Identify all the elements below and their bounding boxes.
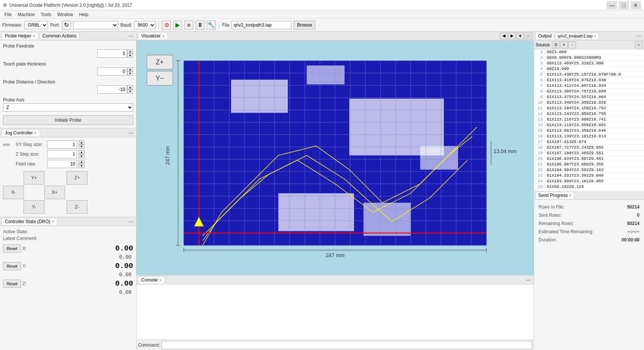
probe-panel-minimize[interactable]: — [127,33,135,39]
jog-z-step-row: Z Step size: ▲ ▼ [3,150,133,158]
y-axis-label: Y: [22,264,30,269]
console-minimize[interactable]: — [525,277,532,283]
x-minus-button[interactable]: X- [3,186,24,199]
x-sub-value: 0.00 [3,254,133,260]
port-select[interactable] [73,21,118,29]
svg-text:Z+: Z+ [156,58,163,66]
output-line: 19G1X107.180Y23.465Z9.551 [534,150,644,156]
send-progress-tab[interactable]: Send Progress × [536,192,574,199]
output-btn2[interactable]: ≡ [560,42,568,48]
visualizer-close[interactable]: × [162,34,165,38]
remaining-rows-label: Remaining Rows: [539,221,574,226]
vis-nav-maximize[interactable]: □ [525,33,532,39]
output-btn3[interactable]: → [568,42,576,48]
y-reset-button[interactable]: Reset [3,262,21,270]
probe-feedrate-down[interactable]: ▼ [127,54,133,58]
dro-minimize[interactable]: — [127,219,135,224]
touch-plate-down[interactable]: ▼ [127,71,133,76]
x-plus-button[interactable]: X+ [44,186,65,199]
y-plus-button[interactable]: Y+ [24,171,45,185]
jog-feed-rate-input[interactable] [47,160,77,168]
file-input[interactable] [231,21,291,29]
dro-tab[interactable]: Controller State (DRO) × [1,218,57,225]
jog-controller-tab[interactable]: Jog Controller × [1,129,40,136]
jog-controller-close[interactable]: × [34,131,37,135]
y-minus-button[interactable]: Y- [24,200,45,214]
close-button[interactable]: ✕ [631,1,641,9]
z-plus-button[interactable]: Z+ [67,171,88,185]
dro-close[interactable]: × [52,220,54,224]
probe-section: Probe Feedrate ▲ ▼ Touch plate thickness… [0,40,136,128]
firmware-select[interactable]: GRBL [24,21,48,29]
jog-minimize[interactable]: — [127,130,135,136]
menubar: File Machine Tools Window Help [0,10,644,19]
menu-machine[interactable]: Machine [15,11,37,18]
visualizer-canvas: Z+ Y− [137,40,534,275]
jog-section: mm XY Step size: ▲ ▼ Z Step size: ▲ ▼ [0,137,136,217]
visualizer-svg: Z+ Y− [137,40,534,275]
z-step-down[interactable]: ▼ [79,154,85,158]
probe-axis-select[interactable]: Z [3,103,133,112]
x-reset-button[interactable]: Reset [3,244,21,253]
xy-step-up[interactable]: ▲ [79,140,85,144]
line-text: G0X0.000Y0.000S15000M3 [547,55,601,60]
svg-text:247 mm: 247 mm [326,252,344,258]
jog-feed-rate-row: Feed rate: ▲ ▼ [3,160,133,168]
browse-button[interactable]: Browse [294,21,315,30]
baud-select[interactable]: 9600 [134,21,156,29]
vis-nav-prev[interactable]: ◀ [500,33,507,39]
visualizer-tab[interactable]: Visualizer × [138,32,168,39]
vis-nav-down[interactable]: ▼ [516,33,524,39]
output-btn1[interactable]: ☰ [552,42,559,48]
command-label: Command: [138,343,160,348]
output-tab[interactable]: Output [536,32,554,39]
initiate-probe-button[interactable]: Initiate Probe [3,115,133,125]
send-progress-close[interactable]: × [569,193,571,197]
probe-distance-down[interactable]: ▼ [127,89,133,94]
console-tab[interactable]: Console × [138,276,165,283]
emergency-stop-button[interactable]: ⊘ [162,21,171,30]
xy-step-down[interactable]: ▼ [79,144,85,149]
touch-plate-up[interactable]: ▲ [127,67,133,71]
output-close[interactable]: × [594,34,597,38]
play-button[interactable]: ▶ [173,21,182,30]
probe-distance-up[interactable]: ▲ [127,85,133,89]
menu-help[interactable]: Help [76,11,91,18]
output-expand[interactable]: □ [635,42,643,48]
feed-rate-up[interactable]: ▲ [79,160,85,164]
probe-feedrate-input[interactable] [97,49,127,58]
stop-button[interactable]: ■ [184,21,193,30]
connect-button[interactable]: 🔧 [207,21,216,30]
console-command-input[interactable] [162,341,532,349]
jog-xy-step-input[interactable] [47,140,77,149]
probe-feedrate-up[interactable]: ▲ [127,49,133,54]
vis-nav-next[interactable]: ▶ [508,33,516,39]
touch-plate-input[interactable] [97,67,127,76]
console-tab-label: Console [141,277,158,283]
probe-helper-tab[interactable]: Probe Helper × [1,32,39,39]
jog-z-step-input[interactable] [47,150,77,158]
feed-rate-down[interactable]: ▼ [79,164,85,168]
output-line: 18G1X107.727Y23.243Z9.655 [534,145,644,150]
output-file-tab[interactable]: qriv2_toolpath1.tap × [555,33,599,39]
probe-distance-input[interactable] [97,85,127,94]
pause-button[interactable]: ⏸ [196,21,205,30]
menu-window[interactable]: Window [54,11,76,18]
rows-in-file-label: Rows In File: [539,204,564,210]
baud-label: Baud: [120,22,132,28]
menu-tools[interactable]: Tools [38,11,54,18]
send-progress-tab-label: Send Progress [538,193,568,198]
z-minus-button[interactable]: Z- [67,200,88,214]
menu-file[interactable]: File [1,11,15,18]
port-refresh-button[interactable]: ↻ [62,21,71,30]
maximize-button[interactable]: □ [619,1,629,9]
probe-helper-close[interactable]: × [33,34,35,38]
output-minimize[interactable]: — [635,33,643,39]
z-reset-button[interactable]: Reset [3,280,21,288]
line-text: G1X104.994Y23.592Z9.162 [547,168,604,172]
common-actions-tab[interactable]: Common Actions [39,32,80,39]
jog-xy-step-label: XY Step size: [16,142,46,147]
z-step-up[interactable]: ▲ [79,150,85,154]
minimize-button[interactable]: — [607,1,617,9]
console-close[interactable]: × [159,278,162,282]
